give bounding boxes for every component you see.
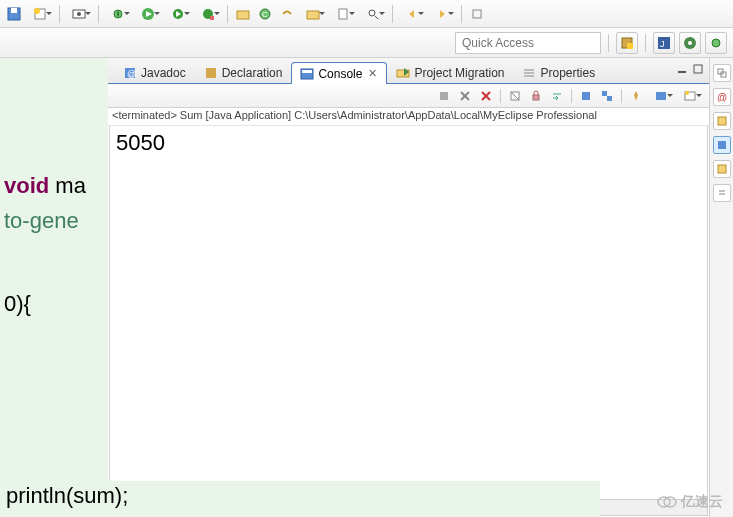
pin-console-icon[interactable] [627,87,645,105]
declaration-icon [204,66,218,80]
svg-rect-43 [440,92,448,100]
show-only-icon[interactable] [577,87,595,105]
svg-text:@: @ [127,69,136,79]
separator [500,89,501,103]
screenshot-dropdown-icon[interactable] [65,4,93,24]
svg-marker-22 [440,10,445,18]
minimize-view-icon[interactable] [675,62,689,76]
tab-properties[interactable]: Properties [513,61,604,83]
new-dropdown-icon[interactable] [26,4,54,24]
new-link-icon[interactable] [277,4,297,24]
terminate-relaunch-icon[interactable] [435,87,453,105]
java-perspective-button[interactable]: J [653,32,675,54]
svg-point-30 [712,39,720,47]
svg-point-19 [369,10,375,16]
console-icon [300,67,314,81]
tab-label: Project Migration [414,66,504,80]
console-output[interactable]: 5050 [109,126,708,516]
right-trim: @ [709,58,733,517]
at-icon[interactable]: @ [713,88,731,106]
editor-keyword: void [4,173,49,198]
search-dropdown-icon[interactable] [359,4,387,24]
word-wrap-icon[interactable] [548,87,566,105]
svg-rect-53 [607,96,612,101]
new-class-icon[interactable]: C [255,4,275,24]
migration-icon [396,66,410,80]
maximize-view-icon[interactable] [691,62,705,76]
svg-rect-55 [656,92,666,100]
svg-point-5 [77,12,81,16]
main-toolbar: C [0,0,733,28]
restore-icon[interactable] [713,64,731,82]
run-dropdown-icon[interactable] [134,4,162,24]
svg-rect-52 [602,91,607,96]
tab-label: Console [318,67,362,81]
svg-rect-23 [473,10,481,18]
debug-perspective-button[interactable] [705,32,727,54]
tab-label: Javadoc [141,66,186,80]
separator [645,34,646,52]
clear-console-icon[interactable] [506,87,524,105]
myeclipse-perspective-button[interactable] [679,32,701,54]
debug-dropdown-icon[interactable] [104,4,132,24]
svg-text:C: C [262,10,268,19]
remove-launch-icon[interactable] [456,87,474,105]
console-output-text: 5050 [116,130,165,155]
svg-rect-63 [718,165,726,173]
open-type-dropdown-icon[interactable] [329,4,357,24]
show-all-icon[interactable] [598,87,616,105]
tab-javadoc[interactable]: @ Javadoc [114,61,195,83]
console-toolbar [108,84,709,108]
separator [621,89,622,103]
editor-text: println(sum); [6,483,128,508]
svg-text:@: @ [717,92,727,102]
svg-rect-17 [307,11,319,19]
javadoc-icon: @ [123,66,137,80]
display-selected-dropdown-icon[interactable] [648,87,674,105]
svg-rect-14 [237,11,249,19]
pin-icon[interactable] [467,4,487,24]
svg-point-3 [34,8,40,14]
tab-declaration[interactable]: Declaration [195,61,292,83]
task-list-icon[interactable] [713,112,731,130]
svg-rect-41 [678,71,686,73]
separator [227,5,228,23]
outline-icon[interactable] [713,136,731,154]
svg-point-57 [685,91,689,95]
properties-icon [522,66,536,80]
console-process-label: <terminated> Sum [Java Application] C:\U… [108,108,709,126]
separator [59,5,60,23]
remove-all-icon[interactable] [477,87,495,105]
svg-rect-51 [582,92,590,100]
tab-label: Declaration [222,66,283,80]
svg-marker-21 [409,10,414,18]
svg-line-20 [375,16,378,19]
open-perspective-button[interactable] [616,32,638,54]
tab-console[interactable]: Console ✕ [291,62,387,84]
forward-dropdown-icon[interactable] [428,4,456,24]
separator [392,5,393,23]
svg-rect-18 [339,9,347,19]
svg-rect-33 [206,68,216,78]
quick-access-input[interactable] [455,32,601,54]
svg-rect-42 [694,65,702,73]
close-icon[interactable]: ✕ [366,68,378,80]
back-dropdown-icon[interactable] [398,4,426,24]
hierarchy-icon[interactable] [713,184,731,202]
new-folder-dropdown-icon[interactable] [299,4,327,24]
svg-rect-62 [718,141,726,149]
svg-text:J: J [660,39,665,49]
view-stack: @ Javadoc Declaration Console ✕ Project … [108,58,709,517]
save-icon[interactable] [4,4,24,24]
tab-project-migration[interactable]: Project Migration [387,61,513,83]
minimap-icon[interactable] [713,160,731,178]
editor-text: ma [49,173,86,198]
editor-text: 0){ [4,291,31,316]
run-last-dropdown-icon[interactable] [164,4,192,24]
separator [98,5,99,23]
open-console-dropdown-icon[interactable] [677,87,703,105]
coverage-dropdown-icon[interactable] [194,4,222,24]
scroll-lock-icon[interactable] [527,87,545,105]
svg-rect-61 [718,117,726,125]
new-package-icon[interactable] [233,4,253,24]
